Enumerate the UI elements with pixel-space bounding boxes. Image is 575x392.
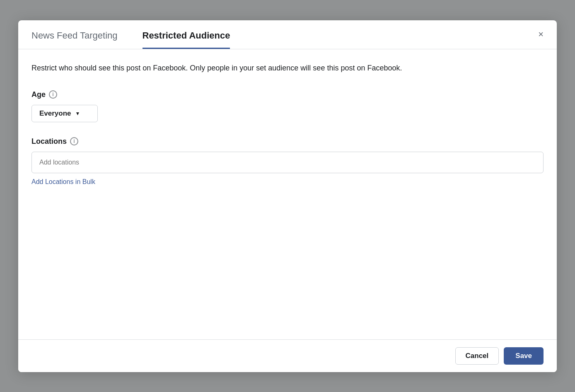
locations-input[interactable] <box>31 152 544 173</box>
add-locations-bulk-link[interactable]: Add Locations in Bulk <box>31 178 95 186</box>
locations-label-container: Locations i <box>31 137 544 146</box>
age-dropdown-value: Everyone <box>39 109 71 118</box>
modal-footer: Cancel Save <box>18 339 557 372</box>
age-dropdown[interactable]: Everyone ▼ <box>31 105 98 122</box>
close-button[interactable]: × <box>535 28 547 41</box>
cancel-button[interactable]: Cancel <box>455 347 499 365</box>
description-text: Restrict who should see this post on Fac… <box>31 63 487 74</box>
tab-restricted-audience[interactable]: Restricted Audience <box>143 22 230 49</box>
age-section: Age i Everyone ▼ <box>31 90 544 122</box>
modal-dialog: News Feed Targeting Restricted Audience … <box>18 20 557 372</box>
age-info-icon[interactable]: i <box>49 90 57 99</box>
modal-header: News Feed Targeting Restricted Audience … <box>18 20 557 49</box>
tab-news-feed[interactable]: News Feed Targeting <box>31 22 118 49</box>
modal-overlay: News Feed Targeting Restricted Audience … <box>0 0 575 392</box>
locations-info-icon[interactable]: i <box>70 137 78 145</box>
modal-body: Restrict who should see this post on Fac… <box>18 49 557 339</box>
age-label-container: Age i <box>31 90 544 99</box>
locations-label: Locations <box>31 137 67 146</box>
save-button[interactable]: Save <box>504 347 544 365</box>
locations-section: Locations i Add Locations in Bulk <box>31 137 544 186</box>
chevron-down-icon: ▼ <box>75 111 80 116</box>
age-label: Age <box>31 90 46 99</box>
